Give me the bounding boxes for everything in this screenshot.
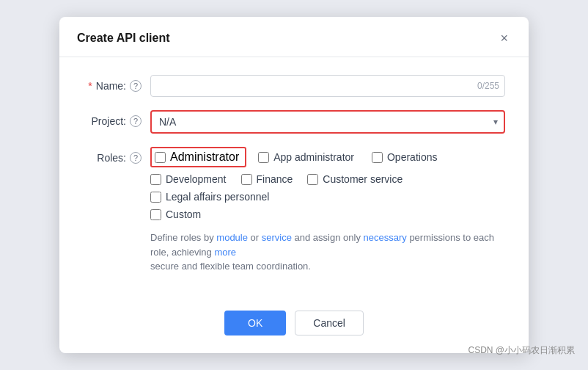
name-row: * Name: ? 0/255 [83, 75, 505, 97]
project-help-icon[interactable]: ? [130, 115, 142, 127]
roles-help-icon[interactable]: ? [130, 152, 142, 164]
roles-wrap: Administrator App administrator Operatio… [150, 147, 505, 274]
custom-checkbox[interactable] [150, 209, 161, 220]
customer-service-checkbox-item[interactable]: Customer service [307, 173, 417, 185]
development-label: Development [166, 173, 227, 185]
name-control-wrap: 0/255 [150, 75, 505, 97]
close-button[interactable]: × [497, 30, 511, 46]
info-line2: secure and flexible team coordination. [150, 261, 311, 272]
project-select[interactable]: N/A [150, 110, 505, 134]
finance-label: Finance [257, 173, 293, 185]
development-checkbox-item[interactable]: Development [150, 173, 238, 185]
operations-checkbox-item[interactable]: Operations [372, 151, 452, 163]
cancel-button[interactable]: Cancel [295, 311, 364, 335]
name-label: Name: [96, 80, 126, 92]
info-module: module [216, 232, 248, 243]
administrator-checkbox[interactable] [155, 152, 166, 163]
name-input[interactable] [150, 75, 505, 97]
required-star: * [88, 80, 92, 92]
dialog-header: Create API client × [59, 17, 529, 57]
dialog: Create API client × * Name: ? 0/255 [59, 17, 529, 353]
info-service: service [262, 232, 292, 243]
info-text: Define roles by module or service and as… [150, 231, 505, 274]
info-or: or [248, 232, 262, 243]
info-more: more [214, 247, 236, 258]
roles-row-outer: Roles: ? Administrator App administrato [83, 147, 505, 274]
dialog-footer: OK Cancel [59, 299, 529, 353]
project-label-wrap: Project: ? [83, 110, 142, 127]
ok-button[interactable]: OK [224, 311, 286, 335]
legal-affairs-checkbox[interactable] [150, 192, 161, 203]
roles-row-2: Development Finance Customer service [150, 173, 505, 185]
customer-service-label: Customer service [323, 173, 403, 185]
roles-label-wrap: Roles: ? [83, 147, 142, 164]
project-row: Project: ? N/A ▾ [83, 110, 505, 134]
project-control-wrap: N/A ▾ [150, 110, 505, 134]
custom-row: Custom [150, 208, 505, 220]
info-necessary: necessary [364, 232, 407, 243]
app-administrator-checkbox-item[interactable]: App administrator [258, 151, 369, 163]
project-select-wrap: N/A ▾ [150, 110, 505, 134]
development-checkbox[interactable] [150, 174, 161, 185]
administrator-checkbox-wrap[interactable]: Administrator [150, 147, 246, 167]
watermark: CSDN @小小码农日渐积累 [468, 344, 575, 357]
dialog-body: * Name: ? 0/255 Project: ? [59, 57, 529, 299]
app-administrator-label: App administrator [273, 151, 354, 163]
name-label-wrap: * Name: ? [83, 75, 142, 92]
finance-checkbox-item[interactable]: Finance [241, 173, 305, 185]
legal-affairs-label: Legal affairs personnel [166, 191, 269, 203]
custom-label: Custom [166, 208, 201, 220]
app-administrator-checkbox[interactable] [258, 152, 269, 163]
name-counter: 0/255 [477, 81, 499, 91]
dialog-overlay: Create API client × * Name: ? 0/255 [0, 0, 588, 370]
legal-affairs-checkbox-item[interactable]: Legal affairs personnel [150, 191, 284, 203]
operations-label: Operations [387, 151, 437, 163]
info-middle: and assign only [292, 232, 364, 243]
dialog-title: Create API client [77, 32, 170, 45]
project-label: Project: [92, 115, 126, 127]
roles-label: Roles: [97, 152, 126, 164]
customer-service-checkbox[interactable] [307, 174, 318, 185]
name-input-wrap: 0/255 [150, 75, 505, 97]
roles-row-3: Legal affairs personnel [150, 191, 505, 203]
custom-checkbox-item[interactable]: Custom [150, 208, 216, 220]
roles-row-1: Administrator App administrator Operatio… [150, 147, 505, 167]
finance-checkbox[interactable] [241, 174, 252, 185]
name-help-icon[interactable]: ? [130, 80, 142, 92]
info-prefix: Define roles by [150, 232, 216, 243]
operations-checkbox[interactable] [372, 152, 383, 163]
administrator-label: Administrator [170, 150, 239, 164]
